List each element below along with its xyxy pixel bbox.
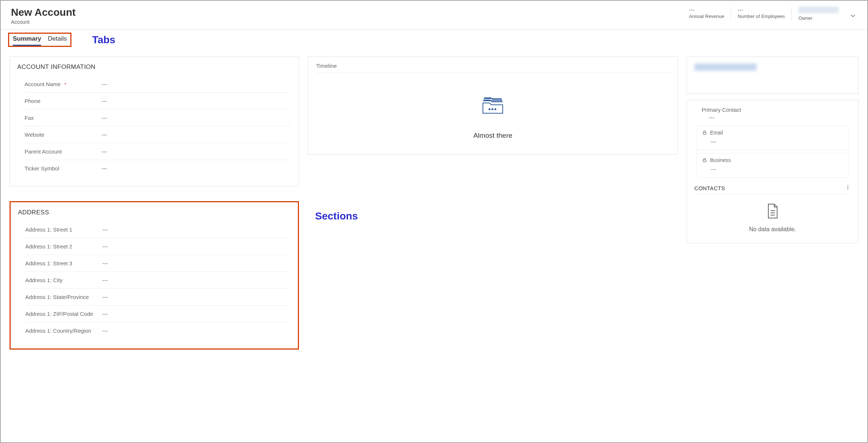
field-label: Parent Account <box>25 148 98 155</box>
svg-point-7 <box>847 188 848 189</box>
content-grid: ACCOUNT INFORMATION Account Name* --- Ph… <box>1 47 867 358</box>
field-address1-street2[interactable]: Address 1: Street 2 --- <box>25 238 291 255</box>
folder-stack-icon <box>481 95 505 116</box>
svg-point-0 <box>489 108 490 110</box>
field-address1-street3[interactable]: Address 1: Street 3 --- <box>25 255 291 272</box>
header-right: --- Annual Revenue --- Number of Employe… <box>682 7 857 21</box>
section-primary-contact: Primary Contact --- Email --- Business -… <box>687 100 858 243</box>
middle-column: Timeline Almost there Sections <box>308 56 678 222</box>
left-column: ACCOUNT INFORMATION Account Name* --- Ph… <box>10 56 299 350</box>
locked-email-field: Email --- <box>697 126 849 150</box>
owner-value-redacted <box>798 7 839 13</box>
primary-contact-value[interactable]: --- <box>709 114 851 121</box>
field-address1-state[interactable]: Address 1: State/Province --- <box>25 289 291 306</box>
field-label: Website <box>25 132 98 138</box>
field-address1-country[interactable]: Address 1: Country/Region --- <box>25 322 291 339</box>
right-column: Primary Contact --- Email --- Business -… <box>687 56 858 243</box>
num-employees-value: --- <box>738 7 785 13</box>
field-value: --- <box>102 311 108 317</box>
field-fax[interactable]: Fax --- <box>25 110 291 126</box>
tabs-callout-box: Summary Details <box>8 33 71 47</box>
tabs-row: Summary Details Tabs <box>1 30 867 47</box>
section-title: ADDRESS <box>18 209 291 216</box>
field-account-name[interactable]: Account Name* --- <box>25 76 291 93</box>
business-label: Business <box>710 157 731 163</box>
section-timeline: Timeline Almost there <box>308 56 678 155</box>
more-vertical-icon <box>845 184 851 190</box>
field-value: --- <box>102 260 108 266</box>
owner-label: Owner <box>798 15 839 21</box>
timeline-title: Timeline <box>316 63 669 73</box>
field-value: --- <box>101 165 107 171</box>
field-value: --- <box>101 115 107 121</box>
field-phone[interactable]: Phone --- <box>25 93 291 110</box>
header-annual-revenue[interactable]: --- Annual Revenue <box>682 7 731 19</box>
locked-business-field: Business --- <box>697 153 849 178</box>
section-title: ACCOUNT INFORMATION <box>17 63 291 71</box>
primary-contact-label: Primary Contact <box>702 107 851 113</box>
contacts-more-menu[interactable] <box>845 184 851 192</box>
quick-view-title-redacted <box>694 63 757 71</box>
chevron-down-icon <box>849 12 857 20</box>
svg-rect-4 <box>703 160 706 162</box>
svg-point-6 <box>847 187 848 188</box>
field-value: --- <box>102 226 108 233</box>
timeline-empty-icon <box>316 95 669 118</box>
field-address1-city[interactable]: Address 1: City --- <box>25 272 291 289</box>
field-label: Account Name* <box>25 81 98 87</box>
tab-summary[interactable]: Summary <box>13 35 41 46</box>
annual-revenue-label: Annual Revenue <box>689 14 724 19</box>
field-value: --- <box>101 132 107 138</box>
form-header: New Account Account --- Annual Revenue -… <box>1 1 867 30</box>
header-owner[interactable]: Owner <box>791 7 845 21</box>
required-marker: * <box>64 82 66 87</box>
section-account-information: ACCOUNT INFORMATION Account Name* --- Ph… <box>10 56 299 187</box>
field-label: Fax <box>25 115 98 121</box>
page-title: New Account <box>11 7 75 18</box>
field-label: Address 1: City <box>25 277 99 283</box>
field-value: --- <box>101 148 107 155</box>
contacts-no-data-text: No data available. <box>694 226 851 233</box>
field-label: Address 1: State/Province <box>25 294 99 300</box>
field-label: Phone <box>25 98 98 104</box>
field-label: Address 1: Street 3 <box>25 260 99 266</box>
contacts-empty-state: No data available. <box>694 203 851 233</box>
field-address1-street1[interactable]: Address 1: Street 1 --- <box>25 221 291 238</box>
header-left: New Account Account <box>11 7 75 25</box>
annual-revenue-value: --- <box>689 7 724 13</box>
expand-header-button[interactable] <box>849 12 857 21</box>
contacts-section-title: CONTACTS <box>694 185 725 191</box>
field-value: --- <box>101 81 107 87</box>
header-number-of-employees[interactable]: --- Number of Employees <box>731 7 791 19</box>
field-value: --- <box>102 243 108 250</box>
field-ticker-symbol[interactable]: Ticker Symbol --- <box>25 160 291 177</box>
field-label: Ticker Symbol <box>25 165 98 171</box>
email-value: --- <box>711 139 843 145</box>
lock-icon <box>702 158 707 163</box>
field-parent-account[interactable]: Parent Account --- <box>25 143 291 160</box>
svg-point-1 <box>492 108 493 110</box>
svg-point-5 <box>847 185 848 186</box>
section-address: ADDRESS Address 1: Street 1 --- Address … <box>10 201 299 350</box>
svg-rect-3 <box>703 132 706 134</box>
field-value: --- <box>102 328 108 334</box>
entity-subtitle: Account <box>11 19 75 25</box>
tab-details[interactable]: Details <box>48 35 67 46</box>
email-label: Email <box>710 130 723 136</box>
field-website[interactable]: Website --- <box>25 126 291 143</box>
num-employees-label: Number of Employees <box>738 14 785 19</box>
field-value: --- <box>102 294 108 300</box>
document-icon <box>765 203 780 219</box>
field-label: Address 1: Street 1 <box>25 226 99 233</box>
business-value: --- <box>711 166 843 172</box>
tabs-annotation-label: Tabs <box>92 34 115 46</box>
timeline-empty-text: Almost there <box>316 132 669 140</box>
svg-point-2 <box>495 108 496 110</box>
field-label: Address 1: Country/Region <box>25 328 99 334</box>
field-value: --- <box>102 277 108 283</box>
field-address1-zip[interactable]: Address 1: ZIP/Postal Code --- <box>25 306 291 322</box>
lock-icon <box>702 130 707 135</box>
field-label: Address 1: Street 2 <box>25 243 99 250</box>
sections-annotation-label: Sections <box>315 210 678 222</box>
field-value: --- <box>101 98 107 104</box>
